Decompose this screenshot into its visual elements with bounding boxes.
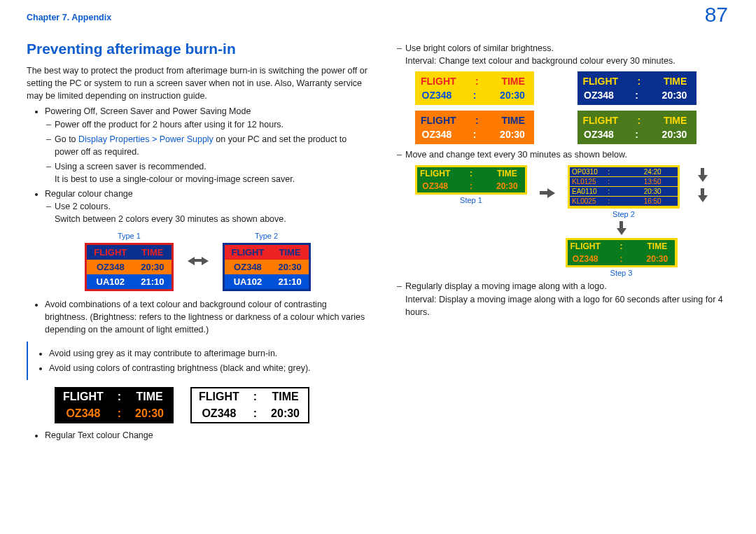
type2-label: Type 2 [255,232,278,240]
black-white-example-row: FLIGHT:TIME OZ348:20:30 FLIGHT:TIME OZ34… [55,387,369,423]
page-header: Chapter 7. Appendix 87 [27,13,729,22]
page-number: 87 [705,3,728,27]
sub-power-off: Power off the product for 2 hours after … [55,118,369,131]
panel-blue: FLIGHT:TIME OZ348:20:30 [578,71,696,105]
left-column: Preventing afterimage burn-in The best w… [27,41,369,444]
arrow-right-icon [540,187,555,199]
type1-label: Type 1 [118,232,141,240]
bullet-colour-change: Regular colour change Use 2 colours. Swi… [45,188,369,225]
two-column-layout: Preventing afterimage burn-in The best w… [27,41,729,444]
sub-two-colours: Use 2 colours. Switch between 2 colors e… [55,200,369,225]
flight-table-type1: FLIGHTTIME OZ34820:30 UA10221:10 [85,243,173,291]
double-arrow-icon [188,254,209,267]
colour-panel-grid: FLIGHT:TIME OZ348:20:30 FLIGHT:TIME OZ34… [415,71,729,144]
flight-table-type2: FLIGHTTIME OZ34820:30 UA10221:10 [223,243,311,291]
bullet-power-saving: Powering Off, Screen Saver and Power Sav… [45,105,369,185]
step1-label: Step 1 [460,196,482,204]
bullet-text-colour-change: Regular Text colour Change [45,429,369,442]
sub-bright-colors: Use bright colors of similar brightness.… [405,42,729,67]
flight-table-black: FLIGHT:TIME OZ348:20:30 [55,387,174,423]
panel-green: FLIGHT:TIME OZ348:20:30 [578,111,696,144]
callout-grey: Avoid using grey as it may contribute to… [49,347,369,360]
callout-contrast: Avoid using colors of contrasting bright… [49,362,369,374]
step2-label: Step 2 [612,210,635,218]
flight-table-white: FLIGHT:TIME OZ348:20:30 [190,387,309,423]
right-column: Use bright colors of similar brightness.… [387,41,729,444]
type-comparison-row: Type 1 FLIGHTTIME OZ34820:30 UA10221:10 … [27,230,369,291]
step1-panel: FLIGHT:TIME OZ348:20:30 [415,165,527,195]
chapter-label: Chapter 7. Appendix [27,13,111,22]
step3-wrap: FLIGHT:TIME OZ348:20:30 Step 3 [513,218,729,280]
panel-yellow: FLIGHT:TIME OZ348:20:30 [415,71,534,105]
sub-display-props: Go to Display Properties > Power Supply … [55,133,369,158]
step3-panel: FLIGHT:TIME OZ348:20:30 [566,238,678,267]
callout-box: Avoid using grey as it may contribute to… [27,342,369,380]
panel-orange: FLIGHT:TIME OZ348:20:30 [415,111,534,144]
step-row: FLIGHT:TIME OZ348:20:30 Step 1 OP0310:24… [415,165,729,221]
step2-panel: OP0310:24:20 KL0125:13:50 EA0110:20:30 K… [568,165,680,209]
sub-moving-image: Regularly display a moving image along w… [405,280,729,318]
section-title: Preventing afterimage burn-in [27,41,369,57]
sub-move-change: Move and change text every 30 minutes as… [405,148,729,161]
sub-screen-saver: Using a screen saver is recommended. It … [55,160,369,185]
intro-paragraph: The best way to protect the product from… [27,64,369,102]
link-display-properties[interactable]: Display Properties [78,134,149,144]
double-down-arrow-icon [696,165,709,205]
bullet-avoid-contrast: Avoid combinations of a text colour and … [45,298,369,336]
arrow-down-icon [615,221,628,235]
step3-label: Step 3 [610,269,633,277]
link-power-supply[interactable]: Power Supply [160,134,214,144]
